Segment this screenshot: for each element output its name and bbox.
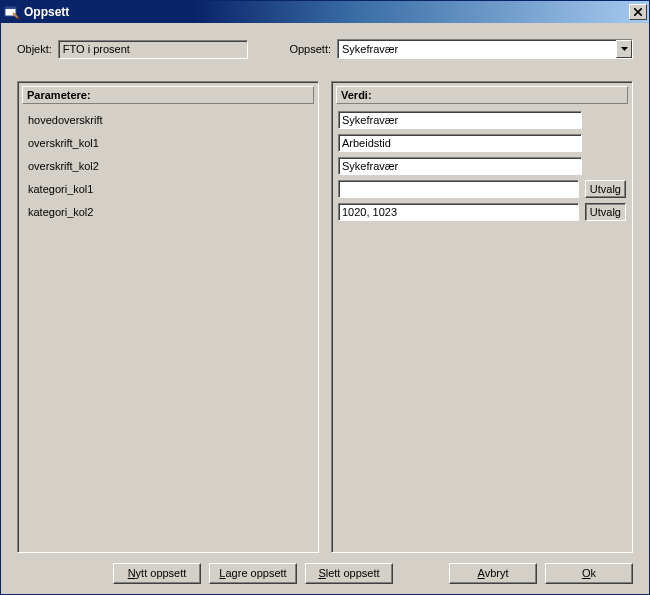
verdi-panel: Verdi: UtvalgUtvalg [331,81,633,553]
oppsett-combo[interactable]: Sykefravær [337,39,633,59]
utvalg-button[interactable]: Utvalg [585,203,626,221]
utvalg-button[interactable]: Utvalg [585,180,626,198]
value-input[interactable] [338,134,582,152]
value-row: Utvalg [338,177,626,200]
close-button[interactable] [629,4,647,20]
oppsett-combo-value: Sykefravær [338,40,616,58]
param-row[interactable]: kategori_kol2 [24,200,312,223]
param-row[interactable]: overskrift_kol2 [24,154,312,177]
avbryt-button[interactable]: Avbryt [449,563,537,584]
oppsett-window: Oppsett Objekt: Oppsett: Sykefravær Para… [0,0,650,595]
verdi-list: UtvalgUtvalg [336,106,628,548]
client-area: Objekt: Oppsett: Sykefravær Parametere: … [1,23,649,594]
param-row[interactable]: kategori_kol1 [24,177,312,200]
svg-rect-2 [17,17,19,19]
value-input[interactable] [338,203,579,221]
parametere-header: Parametere: [22,86,314,104]
value-row [338,154,626,177]
param-name: hovedoverskrift [24,114,312,126]
objekt-field [58,40,248,59]
verdi-header: Verdi: [336,86,628,104]
param-name: overskrift_kol2 [24,160,312,172]
value-row [338,131,626,154]
param-row[interactable]: hovedoverskrift [24,108,312,131]
button-bar: Nytt oppsett Lagre oppsett Slett oppsett… [17,553,633,584]
chevron-down-icon[interactable] [616,40,632,58]
nytt-oppsett-button[interactable]: Nytt oppsett [113,563,201,584]
slett-oppsett-button[interactable]: Slett oppsett [305,563,393,584]
parametere-list: hovedoverskriftoverskrift_kol1overskrift… [22,106,314,548]
value-input[interactable] [338,157,582,175]
value-input[interactable] [338,111,582,129]
titlebar: Oppsett [1,1,649,23]
ok-button[interactable]: Ok [545,563,633,584]
window-title: Oppsett [24,5,629,19]
oppsett-label: Oppsett: [289,43,331,55]
value-input[interactable] [338,180,579,198]
panels: Parametere: hovedoverskriftoverskrift_ko… [17,81,633,553]
app-icon [4,4,20,20]
param-row[interactable]: overskrift_kol1 [24,131,312,154]
param-name: kategori_kol1 [24,183,312,195]
lagre-oppsett-button[interactable]: Lagre oppsett [209,563,297,584]
top-row: Objekt: Oppsett: Sykefravær [17,39,633,59]
value-row [338,108,626,131]
svg-rect-1 [5,7,16,9]
objekt-label: Objekt: [17,43,52,55]
param-name: overskrift_kol1 [24,137,312,149]
value-row: Utvalg [338,200,626,223]
parametere-panel: Parametere: hovedoverskriftoverskrift_ko… [17,81,319,553]
param-name: kategori_kol2 [24,206,312,218]
